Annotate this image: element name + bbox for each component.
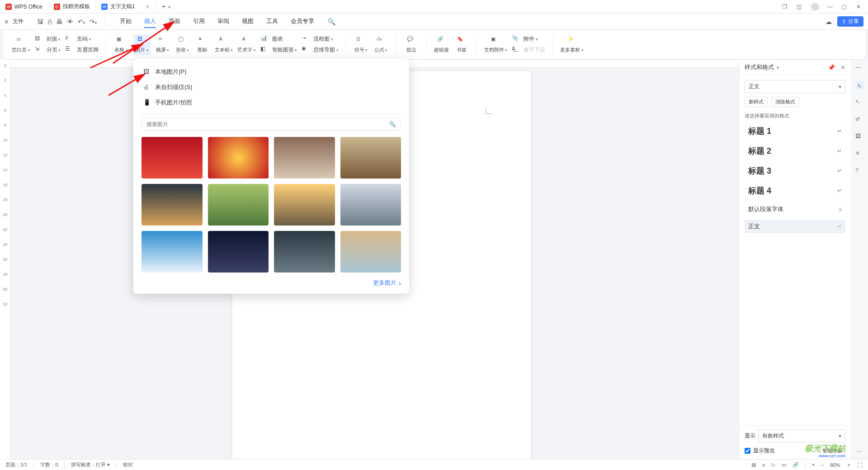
- cloud-icon[interactable]: ☁: [826, 18, 832, 25]
- chart-button[interactable]: 📊图表: [260, 35, 297, 44]
- page-indicator[interactable]: 页面：1/1: [5, 461, 27, 468]
- zoom-level[interactable]: 80%: [830, 462, 840, 468]
- local-picture-item[interactable]: 🖼本地图片(P): [142, 64, 401, 80]
- minimize-icon[interactable]: —: [827, 4, 834, 10]
- icon-button[interactable]: ✦图标: [195, 36, 210, 53]
- menu-reference[interactable]: 引用: [193, 15, 205, 28]
- textbox-button[interactable]: A文本框: [215, 36, 233, 53]
- gallery-icon[interactable]: 🖼: [855, 133, 863, 141]
- thumb-road-2024[interactable]: [274, 184, 335, 226]
- image-search-box[interactable]: 🔍: [142, 118, 401, 131]
- tab-templates[interactable]: D 找稻壳模板: [48, 0, 96, 13]
- screenshot-button[interactable]: ✂截屏: [155, 36, 170, 53]
- close-window-icon[interactable]: ✕: [856, 4, 863, 10]
- search-icon[interactable]: 🔍: [328, 18, 335, 25]
- close-panel-icon[interactable]: ✕: [840, 64, 845, 71]
- save-icon[interactable]: 🖫: [37, 18, 43, 25]
- blank-page-button[interactable]: ▭空白页: [12, 36, 30, 53]
- settings-icon[interactable]: ⇄: [855, 116, 863, 124]
- thumb-2024-red[interactable]: [208, 137, 269, 179]
- pin-icon[interactable]: 📌: [828, 64, 835, 71]
- menu-tools[interactable]: 工具: [266, 15, 278, 28]
- from-scanner-item[interactable]: 🖨来自扫描仪(S): [142, 80, 401, 95]
- avatar-icon[interactable]: [811, 3, 819, 11]
- redo-icon[interactable]: ↷▾: [90, 18, 97, 25]
- style-default-font[interactable]: 默认段落字体a: [745, 202, 845, 216]
- thumb-laptop[interactable]: [208, 231, 269, 273]
- menu-member[interactable]: 会员专享: [291, 15, 314, 28]
- mindmap-button[interactable]: ✱思维导图: [302, 46, 339, 55]
- undo-icon[interactable]: ↶▾: [78, 18, 85, 25]
- view-web-icon[interactable]: ▭: [782, 462, 786, 468]
- hamburger-icon[interactable]: ≡: [5, 18, 8, 25]
- style-heading4[interactable]: 标题 4↵: [745, 183, 845, 199]
- search-go-icon[interactable]: 🔍: [389, 121, 396, 127]
- comment-button[interactable]: 💬批注: [404, 36, 419, 53]
- link-icon[interactable]: 🔗: [793, 462, 799, 468]
- more-pictures-link[interactable]: 更多图片: [142, 279, 401, 287]
- current-style-select[interactable]: 正文▾: [745, 80, 845, 93]
- menu-insert[interactable]: 插入: [144, 15, 156, 28]
- focus-icon[interactable]: ⌖: [812, 462, 815, 468]
- section-button[interactable]: ⇲分页: [35, 46, 61, 55]
- more-assets-button[interactable]: ✨更多素材: [560, 36, 584, 53]
- menu-start[interactable]: 开始: [120, 15, 132, 28]
- add-tab-button[interactable]: ＋ ▾: [156, 2, 175, 11]
- file-menu[interactable]: 文件: [13, 18, 24, 25]
- more-icon[interactable]: ⋯: [856, 448, 863, 455]
- thumb-surfer[interactable]: [142, 231, 203, 273]
- tools-icon[interactable]: ✕: [855, 150, 863, 158]
- menu-review[interactable]: 审阅: [217, 15, 229, 28]
- thumb-lantern[interactable]: [142, 137, 203, 179]
- thumb-chalkboard[interactable]: [274, 231, 335, 273]
- thumb-desert-door[interactable]: [340, 231, 401, 273]
- cube-icon[interactable]: ◫: [797, 4, 803, 10]
- mobile-photo-item[interactable]: 📱手机图片/拍照: [142, 95, 401, 110]
- dropcap-button[interactable]: A͟首字下沉: [512, 46, 545, 55]
- maximize-icon[interactable]: ▢: [842, 4, 848, 10]
- thumb-winter-road[interactable]: [340, 184, 401, 226]
- style-heading1[interactable]: 标题 1↵: [745, 123, 845, 139]
- new-style-button[interactable]: 新样式: [745, 97, 768, 107]
- bookmark-button[interactable]: 🔖书签: [454, 36, 469, 53]
- collapse-icon[interactable]: —: [855, 64, 863, 72]
- hyperlink-button[interactable]: 🔗超链接: [434, 36, 449, 53]
- thumb-field[interactable]: [208, 184, 269, 226]
- style-heading2[interactable]: 标题 2↵: [745, 143, 845, 159]
- pointer-icon[interactable]: ↖: [855, 99, 863, 107]
- view-page-icon[interactable]: ▤: [751, 462, 756, 468]
- help-icon[interactable]: ?: [855, 167, 863, 175]
- saveas-icon[interactable]: ⎙: [48, 18, 52, 25]
- edit-icon[interactable]: ✎: [855, 81, 863, 89]
- picture-button[interactable]: 🖼图片: [133, 34, 151, 55]
- menu-page[interactable]: 页面: [169, 15, 180, 28]
- show-preview-checkbox[interactable]: [745, 448, 750, 454]
- fullscreen-icon[interactable]: ⛶: [858, 462, 863, 468]
- cover-button[interactable]: ▤封面: [35, 35, 61, 44]
- clear-format-button[interactable]: 清除格式: [771, 97, 799, 107]
- style-filter-select[interactable]: 有效样式▾: [758, 429, 845, 442]
- tab-document[interactable]: W 文字文稿1 ×: [96, 0, 156, 13]
- tab-wps-home[interactable]: W WPS Office: [0, 0, 48, 13]
- formula-button[interactable]: √x公式: [373, 36, 389, 53]
- thumb-horse[interactable]: [340, 137, 401, 179]
- spellcheck-status[interactable]: 拼写检查：打开 ▾: [71, 461, 110, 468]
- multiwindow-icon[interactable]: ❐: [782, 4, 788, 10]
- menu-view[interactable]: 视图: [242, 15, 254, 28]
- docparts-button[interactable]: ▣文档部件: [484, 36, 508, 53]
- flowchart-button[interactable]: ⇢流程图: [302, 35, 339, 44]
- close-icon[interactable]: ×: [146, 3, 149, 10]
- proofing-status[interactable]: 校对: [123, 461, 133, 468]
- search-input[interactable]: [146, 121, 389, 127]
- view-outline-icon[interactable]: ≡: [762, 462, 765, 468]
- thumb-dumplings[interactable]: [274, 137, 335, 179]
- thumb-dartboard[interactable]: [142, 184, 203, 226]
- print-icon[interactable]: 🖶: [56, 18, 62, 25]
- smartart-button[interactable]: ◧智能图形: [260, 46, 297, 55]
- pagenum-button[interactable]: #页码: [65, 35, 99, 44]
- wordart-button[interactable]: A艺术字: [237, 36, 256, 53]
- symbol-button[interactable]: Ω符号: [354, 36, 369, 53]
- preview-icon[interactable]: 👁: [67, 18, 73, 25]
- zoom-out-button[interactable]: −: [821, 462, 824, 468]
- word-count[interactable]: 字数：0: [40, 461, 58, 468]
